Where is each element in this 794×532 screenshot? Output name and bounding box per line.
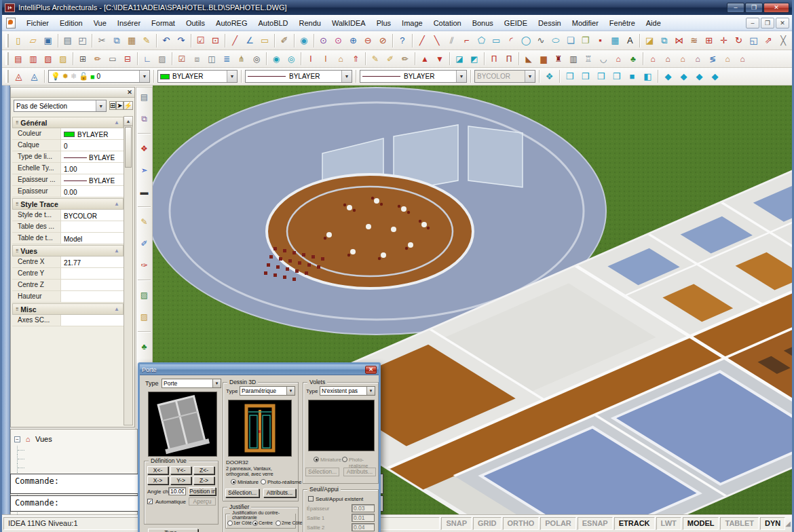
new-document-button[interactable]: ▯	[11, 33, 26, 48]
chambranle-cote2-radio[interactable]	[276, 520, 281, 526]
property-value[interactable]: 0.00	[61, 186, 124, 197]
property-value[interactable]	[61, 280, 124, 290]
menu-vue[interactable]: Vue	[88, 17, 112, 29]
draw-polyline-button[interactable]: ⌐	[459, 33, 474, 48]
chevron-down-icon[interactable]: ▼	[456, 71, 466, 82]
toggle-polar[interactable]: POLAR	[540, 517, 576, 530]
railing-edit-button[interactable]: Π	[502, 52, 516, 66]
view-x-minus-button[interactable]: X<-	[147, 466, 168, 474]
property-value[interactable]: BYCOLOR	[61, 210, 124, 221]
paste-button[interactable]: ▦	[124, 33, 139, 48]
menu-autobld[interactable]: AutoBLD	[253, 17, 294, 29]
pan-hand-button[interactable]: ❖	[542, 69, 557, 84]
wall-draw-button[interactable]: ▤	[11, 52, 26, 66]
drag-handle-icon[interactable]: ⁞⁞	[16, 201, 18, 207]
toolbar-grip[interactable]	[5, 34, 9, 48]
menu-rendu[interactable]: Rendu	[294, 17, 326, 29]
chambranle-centre-radio[interactable]	[252, 520, 258, 526]
chevron-up-icon[interactable]: ▲	[114, 119, 119, 126]
view-iso-ne-button[interactable]: ❒	[562, 69, 578, 84]
copy-object-button[interactable]: ⧉	[657, 33, 672, 48]
toggle-tablet[interactable]: TABLET	[720, 517, 759, 530]
property-value[interactable]: Model	[61, 233, 124, 244]
view-z-plus-button[interactable]: Z->	[193, 476, 214, 484]
property-value[interactable]: BYLAYE	[61, 151, 124, 162]
toggle-esnap[interactable]: ESNAP	[578, 517, 613, 530]
menu-fenêtre[interactable]: Fenêtre	[604, 17, 641, 29]
draw-hatch-button[interactable]: ▦	[607, 33, 622, 48]
camera-button[interactable]: ◉	[269, 52, 284, 66]
type-select-button[interactable]: Type...	[148, 529, 198, 532]
minimize-button[interactable]: –	[727, 3, 744, 13]
view-diamond-1-button[interactable]: ◆	[660, 69, 676, 84]
property-value[interactable]	[61, 268, 124, 279]
erase-button[interactable]: ◪	[642, 33, 657, 48]
toggle-lwt[interactable]: LWT	[656, 517, 681, 530]
section-header-misc[interactable]: ⁞⁞Misc▲	[12, 303, 124, 315]
paint-blue-button[interactable]: ✐	[137, 236, 151, 250]
building-6-button[interactable]: ⌂	[720, 52, 735, 66]
scrollbar-thumb[interactable]	[125, 127, 132, 168]
plant-tree-button[interactable]: ♣	[137, 339, 151, 354]
color-combo[interactable]: BYLAYER▼	[157, 70, 238, 83]
beam-i-button[interactable]: I	[303, 52, 318, 66]
draw-spline-button[interactable]: ∿	[533, 33, 548, 48]
drag-handle-icon[interactable]: ⁞⁞	[16, 306, 18, 312]
menu-modifier[interactable]: Modifier	[567, 17, 604, 29]
selection-filter-combo[interactable]: Pas de Sélection ▼	[14, 100, 107, 112]
building-7-button[interactable]: ⌂	[735, 52, 750, 66]
properties-scrollbar[interactable]: ▲	[124, 116, 133, 425]
roof-small-button[interactable]: ⌂	[333, 52, 348, 66]
automatic-checkbox[interactable]: ✓	[147, 499, 153, 504]
building-3-button[interactable]: ⌂	[675, 52, 690, 66]
property-value[interactable]	[61, 315, 124, 326]
building-5-button[interactable]: ≶	[705, 52, 720, 66]
chevron-down-icon[interactable]: ▼	[96, 100, 106, 111]
pan-view-button[interactable]: ◉	[297, 33, 311, 48]
eraser-3d-button[interactable]: ◪	[452, 52, 467, 66]
menu-cotation[interactable]: Cotation	[428, 17, 467, 29]
undo-button[interactable]: ↶	[159, 33, 174, 48]
view-z-minus-button[interactable]: Z<-	[193, 466, 214, 474]
print-preview-button[interactable]: ◰	[75, 33, 90, 48]
draw-arc-button[interactable]: ◜	[504, 33, 518, 48]
redo-button[interactable]: ↷	[174, 33, 189, 48]
edit-sketch-button[interactable]: ✎	[137, 214, 151, 229]
chambranle-cote1-radio[interactable]	[227, 520, 233, 526]
drag-handle-icon[interactable]: ⁞⁞	[16, 119, 18, 126]
chair-tool-button[interactable]: ♜	[551, 52, 566, 66]
dock-resize-strip[interactable]	[2, 86, 10, 514]
toggle-snap[interactable]: SNAP	[441, 517, 472, 530]
copy-sheet-button[interactable]: ⧉	[137, 111, 151, 126]
restore-button[interactable]: ❐	[745, 3, 763, 13]
toolbar-grip[interactable]	[5, 70, 9, 82]
close-button[interactable]: ✕	[763, 3, 789, 13]
measure-distance-button[interactable]: ╱	[227, 33, 242, 48]
open-folder-button[interactable]: ▱	[26, 33, 41, 48]
wall-edit-button[interactable]: ▥	[26, 52, 41, 66]
image-photo-button[interactable]: ▨	[137, 288, 151, 302]
property-value[interactable]: BYLAYE	[61, 174, 124, 185]
insert-block-button[interactable]: ❏	[563, 33, 578, 48]
building-1-button[interactable]: ⌂	[645, 52, 660, 66]
eraser-3d-alt-button[interactable]: ◩	[467, 52, 482, 66]
house-red-button[interactable]: ⌂	[611, 52, 626, 66]
attributs-button[interactable]: Attributs...	[263, 489, 296, 497]
plot-batch-button[interactable]: ⊡	[208, 33, 223, 48]
view-box-button[interactable]: ■	[624, 69, 640, 84]
property-value[interactable]: 0	[61, 140, 124, 151]
copy-button[interactable]: ⧉	[109, 33, 124, 48]
zoom-window-button[interactable]: ⊕	[345, 33, 360, 48]
scale-button[interactable]: ◱	[746, 33, 761, 48]
help-button[interactable]: ?	[395, 33, 410, 48]
menu-dessin[interactable]: Dessin	[533, 17, 567, 29]
miniature-radio[interactable]	[231, 479, 236, 484]
print-button[interactable]: ▤	[60, 33, 75, 48]
panel-close-icon[interactable]: ✕	[125, 89, 134, 96]
format-painter-button[interactable]: ✎	[139, 33, 154, 48]
quick-select-button[interactable]: ⊞	[109, 101, 116, 110]
doc-minimize-button[interactable]: –	[746, 18, 759, 28]
sheet-check-button[interactable]: ☑	[174, 52, 189, 66]
sketch-pencil-button[interactable]: ✐	[383, 52, 398, 66]
apercu-button[interactable]: Aperçu	[189, 497, 216, 506]
